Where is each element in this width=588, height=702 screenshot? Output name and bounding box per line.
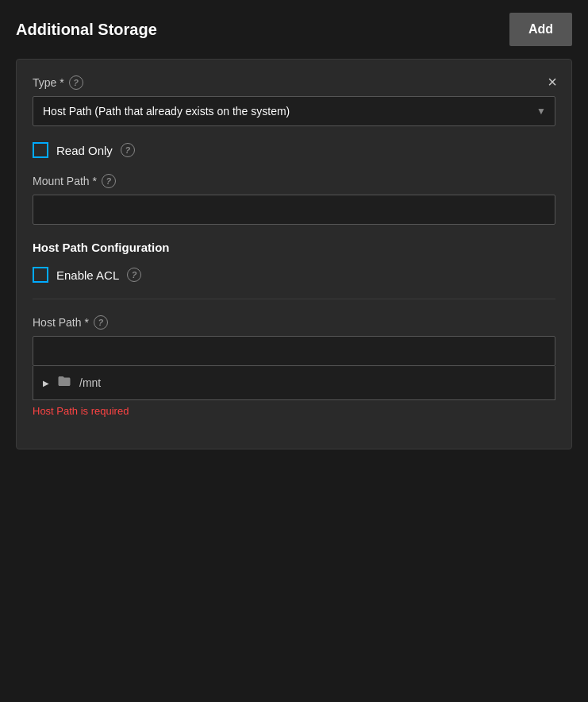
host-path-error: Host Path is required [33, 405, 555, 417]
host-path-input[interactable] [33, 336, 555, 366]
mount-path-label: Mount Path * ? [33, 174, 555, 188]
type-select-wrapper: Host Path (Path that already exists on t… [33, 96, 555, 126]
enable-acl-label: Enable ACL [56, 268, 119, 282]
add-button[interactable]: Add [509, 13, 572, 46]
host-path-help-icon[interactable]: ? [94, 315, 108, 330]
host-path-config-title: Host Path Configuration [33, 241, 555, 254]
mount-path-field-group: Mount Path * ? [33, 174, 555, 225]
host-path-label: Host Path * ? [33, 315, 555, 330]
folder-icon [56, 374, 73, 392]
page-header: Additional Storage Add [0, 0, 588, 59]
file-tree-row[interactable]: ▶ /mnt [33, 366, 555, 400]
host-path-label-text: Host Path * [33, 316, 89, 329]
storage-card: × Type * ? Host Path (Path that already … [16, 59, 572, 449]
enable-acl-help-icon[interactable]: ? [127, 268, 141, 282]
enable-acl-checkbox[interactable] [33, 267, 48, 283]
host-path-config-section: Host Path Configuration Enable ACL ? [33, 241, 555, 283]
mount-path-help-icon[interactable]: ? [102, 174, 116, 188]
type-help-icon[interactable]: ? [69, 75, 83, 90]
tree-item-label: /mnt [79, 376, 101, 389]
read-only-label: Read Only [56, 144, 113, 157]
enable-acl-row: Enable ACL ? [33, 267, 555, 283]
read-only-row: Read Only ? [33, 142, 555, 158]
close-button[interactable]: × [544, 71, 560, 93]
mount-path-input[interactable] [33, 195, 555, 225]
type-select[interactable]: Host Path (Path that already exists on t… [33, 96, 555, 126]
tree-expand-icon: ▶ [43, 379, 49, 388]
mount-path-label-text: Mount Path * [33, 175, 97, 187]
type-label: Type * ? [33, 75, 555, 90]
type-label-text: Type * [33, 76, 64, 89]
read-only-help-icon[interactable]: ? [121, 143, 135, 157]
read-only-checkbox[interactable] [33, 142, 48, 158]
host-path-field-group: Host Path * ? ▶ /mnt Host Path is requir… [33, 315, 555, 417]
section-divider [33, 299, 555, 299]
type-field-group: Type * ? Host Path (Path that already ex… [33, 75, 555, 126]
page-title: Additional Storage [16, 21, 157, 39]
